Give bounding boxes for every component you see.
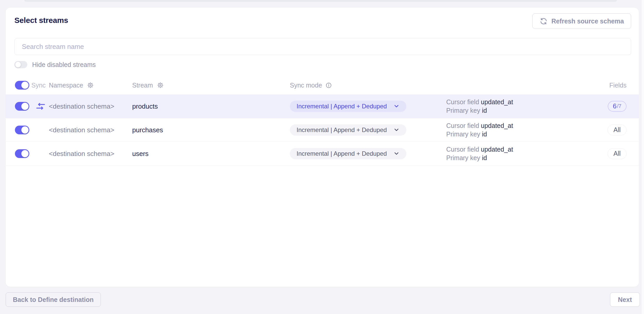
fields-count-value: 6 bbox=[613, 102, 616, 110]
fields-all-badge[interactable]: All bbox=[607, 148, 627, 159]
stream-sync-toggle[interactable] bbox=[15, 102, 29, 111]
primary-key-label: Primary key bbox=[446, 107, 482, 114]
fields-total-value: /7 bbox=[617, 103, 621, 109]
sync-mode-value: Incremental | Append + Deduped bbox=[297, 103, 387, 110]
stream-sync-toggle[interactable] bbox=[15, 149, 29, 158]
namespace-header-label: Namespace bbox=[49, 82, 83, 89]
primary-key-line: Primary key id bbox=[446, 154, 513, 162]
cursor-field-label: Cursor field bbox=[446, 146, 481, 153]
toggle-knob bbox=[21, 82, 29, 89]
namespace-value: <destination schema> bbox=[49, 102, 114, 110]
stream-table-header: Sync Namespace Stream Sync mode bbox=[6, 77, 639, 93]
cursor-field-label: Cursor field bbox=[446, 122, 481, 129]
cursor-field-line: Cursor field updated_at bbox=[446, 121, 513, 130]
fields-all-badge[interactable]: All bbox=[607, 125, 627, 135]
column-header-fields: Fields bbox=[609, 82, 627, 89]
chevron-down-icon bbox=[393, 150, 400, 157]
scrollbar[interactable] bbox=[641, 0, 644, 314]
previous-section-edge bbox=[24, 0, 617, 2]
column-header-stream: Stream bbox=[132, 82, 164, 89]
cursor-field-line: Cursor field updated_at bbox=[446, 98, 513, 106]
primary-key-value: id bbox=[482, 107, 487, 114]
fields-selected-badge[interactable]: 6 /7 bbox=[608, 101, 627, 112]
info-icon[interactable] bbox=[325, 82, 332, 89]
sync-mode-value: Incremental | Append + Deduped bbox=[297, 126, 387, 134]
toggle-knob bbox=[15, 62, 21, 67]
column-header-namespace: Namespace bbox=[49, 82, 94, 89]
namespace-gear-icon[interactable] bbox=[87, 82, 94, 89]
primary-key-line: Primary key id bbox=[446, 130, 513, 138]
next-button[interactable]: Next bbox=[610, 292, 640, 307]
sync-mode-value: Incremental | Append + Deduped bbox=[297, 150, 387, 157]
hide-disabled-streams-toggle[interactable] bbox=[14, 61, 27, 68]
toggle-knob bbox=[21, 103, 29, 110]
refresh-icon bbox=[540, 17, 548, 25]
select-streams-card: Select streams Refresh source schema Hid… bbox=[6, 8, 639, 287]
toggle-knob bbox=[21, 126, 29, 134]
stream-gear-icon[interactable] bbox=[157, 82, 164, 89]
sync-mode-dropdown[interactable]: Incremental | Append + Deduped bbox=[290, 124, 406, 136]
search-input[interactable] bbox=[14, 38, 631, 55]
toggle-knob bbox=[21, 150, 29, 157]
sync-config: Cursor field updated_at Primary key id bbox=[446, 98, 513, 115]
primary-key-line: Primary key id bbox=[446, 106, 513, 115]
sync-direction-arrows-icon bbox=[35, 101, 46, 111]
primary-key-value: id bbox=[482, 154, 487, 161]
stream-row[interactable]: <destination schema> users Incremental |… bbox=[6, 142, 639, 165]
cursor-field-line: Cursor field updated_at bbox=[446, 145, 513, 154]
sync-mode-header-label: Sync mode bbox=[290, 82, 322, 89]
stream-header-label: Stream bbox=[132, 82, 153, 89]
cursor-field-value: updated_at bbox=[481, 98, 513, 106]
stream-name: users bbox=[132, 150, 149, 158]
cursor-field-value: updated_at bbox=[481, 146, 513, 153]
column-header-sync-mode: Sync mode bbox=[290, 82, 332, 89]
namespace-value: <destination schema> bbox=[49, 126, 114, 134]
sync-all-toggle[interactable] bbox=[15, 81, 29, 90]
namespace-value: <destination schema> bbox=[49, 150, 114, 158]
stream-table-body: <destination schema> products Incrementa… bbox=[6, 94, 639, 165]
refresh-source-schema-button[interactable]: Refresh source schema bbox=[532, 13, 631, 29]
hide-disabled-streams-label: Hide disabled streams bbox=[32, 61, 96, 68]
cursor-field-value: updated_at bbox=[481, 122, 513, 129]
column-header-sync: Sync bbox=[31, 82, 46, 89]
primary-key-value: id bbox=[482, 130, 487, 138]
stream-sync-toggle[interactable] bbox=[15, 126, 29, 134]
stream-row[interactable]: <destination schema> products Incrementa… bbox=[6, 94, 639, 118]
stream-name: purchases bbox=[132, 126, 163, 134]
back-button[interactable]: Back to Define destination bbox=[6, 292, 101, 307]
cursor-field-label: Cursor field bbox=[446, 98, 481, 106]
chevron-down-icon bbox=[393, 103, 400, 109]
stream-name: products bbox=[132, 102, 158, 110]
chevron-down-icon bbox=[393, 127, 400, 133]
primary-key-label: Primary key bbox=[446, 154, 482, 161]
refresh-button-label: Refresh source schema bbox=[551, 18, 624, 25]
sync-mode-dropdown[interactable]: Incremental | Append + Deduped bbox=[290, 101, 406, 112]
sync-mode-dropdown[interactable]: Incremental | Append + Deduped bbox=[290, 148, 406, 159]
sync-config: Cursor field updated_at Primary key id bbox=[446, 121, 513, 138]
primary-key-label: Primary key bbox=[446, 130, 482, 138]
sync-config: Cursor field updated_at Primary key id bbox=[446, 145, 513, 162]
page-title: Select streams bbox=[14, 16, 68, 25]
stream-row[interactable]: <destination schema> purchases Increment… bbox=[6, 118, 639, 142]
